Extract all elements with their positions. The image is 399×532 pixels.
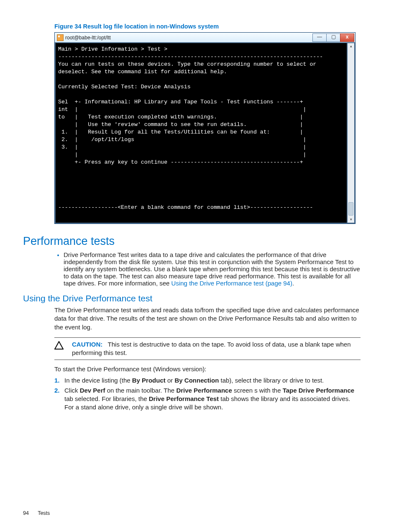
link-using-drive-performance-test[interactable]: Using the Drive Performance test (page 9… <box>171 280 292 287</box>
maximize-button[interactable]: ▢ <box>326 33 340 42</box>
bullet-text-tail: . <box>292 280 294 287</box>
subsection-heading-using-drive-performance: Using the Drive Performance test <box>23 293 361 303</box>
footer-section: Tests <box>38 510 50 516</box>
svg-marker-0 <box>55 342 63 349</box>
bullet-drive-performance: Drive Performance Test writes data to a … <box>64 251 361 287</box>
scroll-up-icon[interactable]: ▴ <box>348 43 354 49</box>
putty-icon <box>57 34 64 41</box>
minimize-button[interactable]: — <box>312 33 327 42</box>
terminal-body: Main > Drive Information > Test > ------… <box>55 42 348 224</box>
caution-icon <box>54 341 64 350</box>
page-footer: 94 Tests <box>23 510 50 516</box>
page-number: 94 <box>23 510 29 516</box>
scrollbar[interactable]: ▴ ▾ <box>348 42 355 224</box>
caution-label: CAUTION: <box>72 341 102 348</box>
terminal-titlebar: root@babe-ltt:/opt/ltt — ▢ x <box>55 33 355 42</box>
step-1: In the device listing (the By Product or… <box>64 376 361 385</box>
figure-caption: Figure 34 Result log file location in no… <box>54 23 361 30</box>
step-2: Click Dev Perf on the main toolbar. The … <box>64 386 361 412</box>
procedure-lead: To start the Drive Performance test (Win… <box>54 365 361 373</box>
caution-text: This test is destructive to data on the … <box>72 341 351 356</box>
section-heading-performance-tests: Performance tests <box>23 235 361 248</box>
terminal-title: root@babe-ltt:/opt/ltt <box>65 35 313 41</box>
scroll-down-icon[interactable]: ▾ <box>348 216 354 223</box>
terminal-window: root@babe-ltt:/opt/ltt — ▢ x Main > Driv… <box>54 32 356 224</box>
scroll-thumb[interactable] <box>348 202 353 216</box>
caution-box: CAUTION: This test is destructive to dat… <box>54 337 361 360</box>
window-controls: — ▢ x <box>313 33 354 42</box>
close-button[interactable]: x <box>340 33 354 42</box>
subsection-intro: The Drive Performance test writes and re… <box>54 306 361 332</box>
